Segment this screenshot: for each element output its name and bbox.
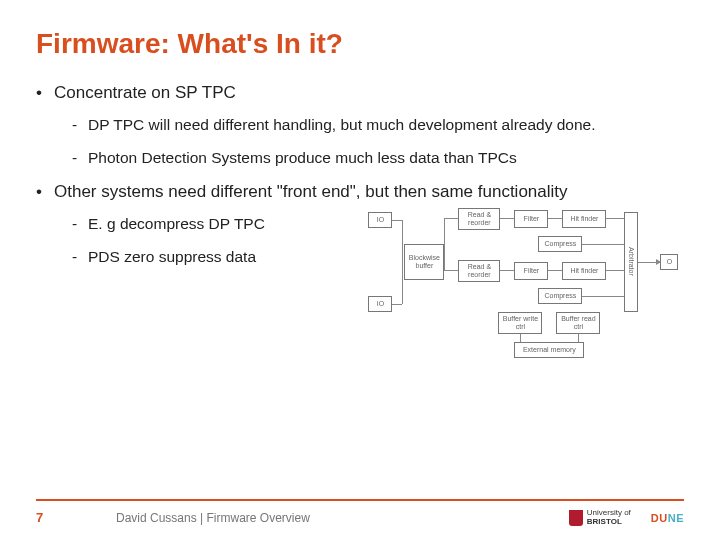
diagram-read-reorder-1: Read & reorder [458, 208, 500, 230]
bullet-2-text: Other systems need different "front end"… [54, 182, 568, 201]
diagram-blockwise-buffer: Blockwise buffer [404, 244, 444, 280]
bullet-list: Concentrate on SP TPC DP TPC will need d… [36, 82, 684, 359]
dune-du: DU [651, 512, 668, 524]
bristol-crest-icon [569, 510, 583, 526]
bristol-line-2: BRISTOL [587, 518, 631, 526]
bullet-1-1: DP TPC will need different handling, but… [54, 115, 684, 136]
bullet-2-2: PDS zero suppress data [54, 247, 356, 268]
diagram-filter-2: Filter [514, 262, 548, 280]
bristol-logo-text: University of BRISTOL [587, 509, 631, 526]
diagram-io-top: IO [368, 212, 392, 228]
bullet-1-text: Concentrate on SP TPC [54, 83, 236, 102]
bullet-2-sublist: E. g decompress DP TPC PDS zero suppress… [54, 214, 356, 268]
bullet-2-1: E. g decompress DP TPC [54, 214, 356, 235]
slide: Firmware: What's In it? Concentrate on S… [0, 0, 720, 540]
page-number: 7 [36, 510, 116, 525]
block-diagram: IO IO Blockwise buffer Read & reorder Re… [366, 204, 684, 359]
logo-group: University of BRISTOL DUNE [569, 509, 684, 526]
dune-logo: DUNE [651, 512, 684, 524]
bullet-1-sublist: DP TPC will need different handling, but… [54, 115, 684, 169]
bullet-2: Other systems need different "front end"… [36, 181, 684, 359]
footer-rule [36, 499, 684, 501]
dune-ne: NE [668, 512, 684, 524]
diagram-io-bottom: IO [368, 296, 392, 312]
diagram-buffer-write-ctrl: Buffer write ctrl [498, 312, 542, 334]
bullet-1-2: Photon Detection Systems produce much le… [54, 148, 684, 169]
footer: 7 David Cussans | Firmware Overview Univ… [0, 509, 720, 526]
bristol-logo: University of BRISTOL [569, 509, 631, 526]
diagram-compress-2: Compress [538, 288, 582, 304]
diagram-hit-finder-1: Hit finder [562, 210, 606, 228]
diagram-output: O [660, 254, 678, 270]
footer-text: David Cussans | Firmware Overview [116, 511, 569, 525]
diagram-read-reorder-2: Read & reorder [458, 260, 500, 282]
diagram-compress-1: Compress [538, 236, 582, 252]
diagram-arbitrator: Arbitrator [624, 212, 638, 312]
diagram-external-memory: External memory [514, 342, 584, 358]
bullet-1: Concentrate on SP TPC DP TPC will need d… [36, 82, 684, 169]
diagram-hit-finder-2: Hit finder [562, 262, 606, 280]
diagram-filter-1: Filter [514, 210, 548, 228]
diagram-buffer-read-ctrl: Buffer read ctrl [556, 312, 600, 334]
slide-title: Firmware: What's In it? [36, 28, 684, 60]
